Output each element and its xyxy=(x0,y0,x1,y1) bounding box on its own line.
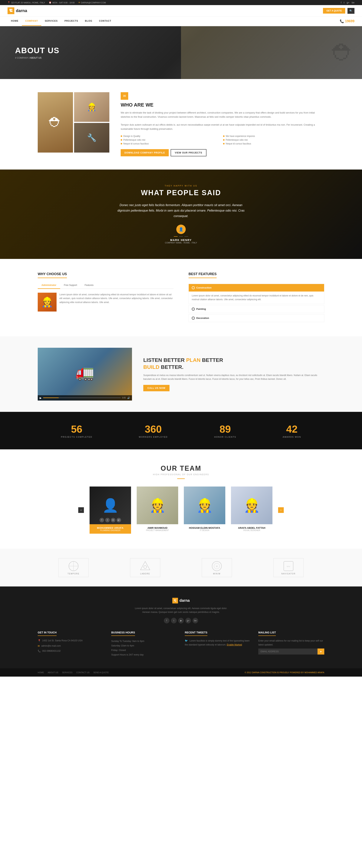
view-projects-button[interactable]: VIEW OUR PROJECTS xyxy=(171,149,207,156)
team-tw-icon[interactable]: t xyxy=(105,518,110,522)
download-profile-button[interactable]: DOWNLOAD COMPANY PROFILE xyxy=(121,149,169,156)
top-bar-social: f t g+ be xyxy=(341,1,355,4)
why-section: WHY CHOOSE US Administrator Free Support… xyxy=(0,259,362,336)
testimonial-section: THEY HAPPY WITH US WHAT PEOPLE SAID Done… xyxy=(0,169,362,259)
team-member-role-4: VISUAL DESIGNER xyxy=(231,529,272,531)
behance-link[interactable]: be xyxy=(352,1,355,4)
footer-be-icon[interactable]: be xyxy=(192,618,198,623)
team-name-plain-3: HOSSAM ELDIN MOSTAFA IT DESIGN xyxy=(184,524,225,534)
nav-contact[interactable]: CONTACT xyxy=(96,17,115,26)
feature-6: Neque id cursus faucibus xyxy=(223,143,324,145)
footer-link-services[interactable]: SERVICES xyxy=(62,671,72,674)
about-image-main: ⛑ xyxy=(38,92,73,153)
get-quote-button[interactable]: GET A QUOTE xyxy=(323,8,345,13)
team-name-plain-4: ARAFA ABDEL FATTAH VISUAL DESIGNER xyxy=(231,524,272,534)
footer-bottom-links: HOME ABOUT US SERVICES CONTACT US SEND A… xyxy=(38,671,109,674)
twitter-link[interactable]: t xyxy=(344,1,344,4)
footer-author: MOHAMMED ARAFA xyxy=(304,671,324,674)
brand-tempore: TEMPORE xyxy=(58,558,89,577)
carousel-prev-button[interactable]: ‹ xyxy=(78,507,84,513)
why-tabs: Administrator Free Support Features xyxy=(38,282,174,289)
hero-section: ABOUT US # COMPANY / ABOUT US ⛑ xyxy=(0,26,362,79)
stat-awards: 42 AWARDS WON xyxy=(283,423,301,438)
accordion-construction: ○ Construction Lorem ipsum dolor sit ame… xyxy=(188,284,324,304)
footer-email-item: ✉ admin@e-mail.com xyxy=(38,644,104,648)
footer-columns: Get in touch 📍 1432 1st St. Santa Rosa C… xyxy=(38,631,324,657)
about-image-top-right: 👷 xyxy=(74,92,109,122)
search-button[interactable]: 🔍 xyxy=(348,8,355,14)
footer-fb-icon[interactable]: f xyxy=(164,618,170,623)
hero-image-area: ⛑ xyxy=(181,26,362,79)
video-progress-bar[interactable] xyxy=(43,398,121,398)
team-section: OUR TEAM HIGH PROFESSIONAL OF OUR ENGINE… xyxy=(0,450,362,549)
build-text: BUILD xyxy=(143,364,159,370)
accordion-icon-decoration: ○ xyxy=(192,317,195,320)
google-plus-link[interactable]: g+ xyxy=(347,1,350,4)
header: 🏗 darna GET A QUOTE 🔍 xyxy=(0,5,362,17)
footer-link-quote[interactable]: SEND A QUOTE xyxy=(93,671,109,674)
about-section: ⛑ 👷 🔧 ✉ WHO ARE WE We aim to eliminate t… xyxy=(0,79,362,169)
better2-text: BETTER xyxy=(202,357,223,363)
footer-link-home[interactable]: HOME xyxy=(38,671,44,674)
tab-administrator[interactable]: Administrator xyxy=(38,282,60,289)
team-in-icon[interactable]: in xyxy=(111,518,115,522)
nav-home[interactable]: HOME xyxy=(7,17,22,26)
video-section: 🚛 ▶ 0:05 🔊 LISTEN BETTER PLAN BETTER BUI… xyxy=(0,336,362,412)
footer-hours-text: Sunday To Tuesday: 9am to 6pm Saturday 1… xyxy=(111,639,177,657)
footer-gp-icon[interactable]: g+ xyxy=(185,618,191,623)
brand-name-minim: MINIM xyxy=(213,573,220,575)
accordion-header-decoration[interactable]: ○ Decoration xyxy=(189,314,324,322)
video-controls[interactable]: ▶ 0:05 🔊 xyxy=(38,395,132,401)
brand-name-labore: LABORE xyxy=(140,573,150,575)
footer-phone-text: 002-09680431132 xyxy=(42,649,61,653)
team-member-name-4: ARAFA ABDEL FATTAH xyxy=(231,527,272,529)
header-right: GET A QUOTE 🔍 xyxy=(323,8,355,14)
email-subscribe-button[interactable]: ➤ xyxy=(318,649,324,654)
phone-icon-footer: 📞 xyxy=(38,650,41,652)
features-grid: Design is Quality We have experience imp… xyxy=(121,135,324,145)
footer-address-text: 1432 1st St. Santa Rosa CA 94103 USA xyxy=(42,639,83,643)
better3-text: BETTER. xyxy=(161,364,183,370)
facebook-link[interactable]: f xyxy=(341,1,341,4)
nav-company[interactable]: COMPANY xyxy=(22,17,41,26)
volume-icon[interactable]: 🔊 xyxy=(127,397,130,399)
stat-clients-number: 89 xyxy=(214,423,236,435)
call-us-button[interactable]: CALL US NOW xyxy=(143,385,170,391)
email-subscribe-input[interactable] xyxy=(258,649,318,654)
accordion-header-painting[interactable]: ○ Painting xyxy=(189,305,324,313)
footer-yt-icon[interactable]: ▶ xyxy=(178,618,184,623)
feature-dot-5 xyxy=(223,139,224,141)
accordion-header-construction[interactable]: ○ Construction xyxy=(189,284,324,291)
team-image-2: 👷 xyxy=(137,487,178,524)
address-icon: 📍 xyxy=(38,639,41,642)
team-member-role-2: PROJECT MANAGEMENT xyxy=(137,529,178,531)
team-gp-icon[interactable]: g+ xyxy=(117,518,121,522)
carousel-next-button[interactable]: › xyxy=(278,507,284,513)
testimonial-author-name: MARK HENRY xyxy=(38,239,324,242)
tab-features[interactable]: Features xyxy=(81,282,97,289)
team-name-plain-2: AMIR MAHMOUD PROJECT MANAGEMENT xyxy=(137,524,178,534)
testimonial-quote: Donec nec justo eget felis facilisis fer… xyxy=(115,203,247,219)
footer-col-tweets: Recent Tweets 🐦 Lorem faucilisis is simp… xyxy=(185,631,251,657)
footer-mailing-title: Mailing List xyxy=(258,631,276,636)
play-button[interactable]: ▶ xyxy=(39,396,42,399)
feature-5: Pellentesque odio nisi xyxy=(223,138,324,141)
team-fb-icon[interactable]: f xyxy=(99,518,104,522)
footer-tw-icon[interactable]: t xyxy=(171,618,177,623)
feature-1: Design is Quality xyxy=(121,135,222,137)
brand-name-navigator: NAVIGATOR xyxy=(281,573,296,575)
team-member-role-3: IT DESIGN xyxy=(184,529,225,531)
footer-link-contact[interactable]: CONTACT US xyxy=(76,671,90,674)
tweet-icon: 🐦 xyxy=(185,639,188,642)
footer-link-about[interactable]: ABOUT US xyxy=(48,671,58,674)
logo-icon: 🏗 xyxy=(7,7,14,14)
logo[interactable]: 🏗 darna xyxy=(7,7,27,14)
stat-awards-number: 42 xyxy=(283,423,301,435)
nav-projects[interactable]: PROJECTS xyxy=(61,17,82,26)
footer-logo: 🏗 darna xyxy=(38,598,324,603)
nav-blog[interactable]: BLOG xyxy=(82,17,96,26)
tweet-link[interactable]: Enable Marked xyxy=(227,643,242,646)
footer-col-mailing: Mailing List Enter your email address fo… xyxy=(258,631,324,657)
tab-free-support[interactable]: Free Support xyxy=(60,282,81,289)
nav-services[interactable]: SERVICES xyxy=(41,17,61,26)
